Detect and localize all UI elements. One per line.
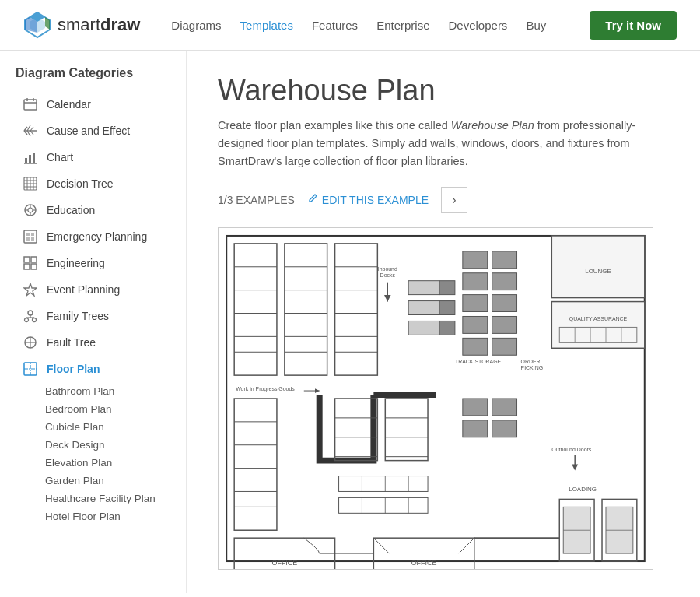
sidebar-label-event-planning: Event Planning (47, 283, 120, 296)
svg-text:Inbound: Inbound (378, 265, 397, 271)
svg-text:Work in Progress Goods: Work in Progress Goods (236, 386, 295, 392)
svg-line-12 (27, 125, 30, 131)
main-layout: Diagram Categories Calendar Cause and Ef… (0, 51, 700, 593)
logo-smart-text: smart (58, 15, 100, 34)
svg-rect-36 (26, 237, 30, 241)
sub-item-deck-design[interactable]: Deck Design (40, 436, 186, 454)
education-icon (22, 202, 39, 219)
svg-text:Docks: Docks (380, 272, 396, 277)
sidebar-item-chart[interactable]: Chart (16, 144, 186, 170)
sidebar-item-education[interactable]: Education (16, 197, 186, 223)
svg-rect-85 (463, 251, 488, 268)
svg-rect-39 (31, 257, 37, 262)
sidebar: Diagram Categories Calendar Cause and Ef… (0, 51, 187, 593)
sidebar-title: Diagram Categories (16, 66, 186, 80)
sidebar-label-chart: Chart (47, 151, 73, 163)
svg-rect-18 (33, 153, 35, 163)
svg-rect-34 (26, 233, 30, 236)
content-area: Warehouse Plan Create floor plan example… (187, 51, 700, 593)
engineering-icon (22, 255, 39, 272)
floor-plan-icon (22, 360, 39, 378)
sidebar-item-engineering[interactable]: Engineering (16, 250, 186, 276)
svg-rect-88 (492, 272, 517, 290)
svg-rect-125 (463, 420, 488, 437)
logo-icon (23, 11, 51, 39)
svg-rect-33 (24, 230, 37, 243)
floor-plan-sub-items: Bathroom Plan Bedroom Plan Cubicle Plan … (16, 382, 186, 525)
page-description: Create floor plan examples like this one… (218, 117, 669, 171)
svg-rect-5 (24, 100, 37, 110)
svg-line-13 (27, 131, 30, 136)
edit-example-link[interactable]: EDIT THIS EXAMPLE (307, 193, 429, 206)
svg-rect-89 (463, 294, 488, 311)
logo[interactable]: smartdraw (23, 11, 140, 39)
family-trees-icon (22, 307, 39, 325)
diagram-svg: Inbound Docks (219, 228, 653, 569)
logo-draw-text: draw (100, 15, 140, 34)
svg-rect-91 (463, 316, 488, 333)
svg-rect-16 (25, 158, 27, 163)
sub-item-elevation-plan[interactable]: Elevation Plan (40, 454, 186, 472)
svg-text:ORDER: ORDER (521, 359, 541, 364)
svg-rect-80 (439, 280, 455, 294)
sub-item-bedroom-plan[interactable]: Bedroom Plan (40, 400, 186, 418)
svg-point-43 (28, 311, 33, 315)
svg-rect-124 (492, 399, 517, 416)
sub-item-garden-plan[interactable]: Garden Plan (40, 472, 186, 490)
sidebar-item-calendar[interactable]: Calendar (16, 91, 186, 118)
sidebar-item-event-planning[interactable]: Event Planning (16, 276, 186, 303)
svg-text:LOADING: LOADING (569, 486, 597, 493)
sidebar-item-family-trees[interactable]: Family Trees (16, 303, 186, 329)
cause-effect-icon (22, 122, 39, 139)
svg-rect-100 (551, 301, 644, 348)
nav-features[interactable]: Features (312, 19, 358, 32)
next-example-button[interactable]: › (441, 187, 467, 213)
svg-rect-126 (492, 420, 517, 437)
svg-rect-35 (31, 233, 34, 236)
svg-rect-17 (29, 155, 31, 163)
sub-item-healthcare-facility-plan[interactable]: Healthcare Facility Plan (40, 490, 186, 507)
nav-enterprise[interactable]: Enterprise (376, 19, 429, 32)
svg-rect-82 (439, 300, 455, 314)
svg-rect-93 (463, 338, 488, 355)
sidebar-item-decision-tree[interactable]: Decision Tree (16, 170, 186, 197)
svg-rect-37 (31, 237, 34, 241)
nav-developers[interactable]: Developers (449, 19, 508, 32)
svg-rect-81 (408, 300, 439, 314)
svg-rect-90 (492, 294, 517, 311)
sidebar-item-emergency-planning[interactable]: Emergency Planning (16, 223, 186, 250)
nav-diagrams[interactable]: Diagrams (171, 19, 221, 32)
sub-item-cubicle-plan[interactable]: Cubicle Plan (40, 418, 186, 436)
svg-text:LOUNGE: LOUNGE (585, 267, 611, 274)
svg-text:PICKING: PICKING (521, 365, 544, 370)
svg-rect-92 (492, 316, 517, 333)
header: smartdraw Diagrams Templates Features En… (0, 0, 700, 51)
sidebar-item-cause-effect[interactable]: Cause and Effect (16, 118, 186, 144)
sub-item-hotel-floor-plan[interactable]: Hotel Floor Plan (40, 507, 186, 525)
svg-point-45 (33, 318, 37, 322)
sidebar-label-emergency-planning: Emergency Planning (47, 230, 147, 243)
nav-buy[interactable]: Buy (526, 19, 546, 32)
example-nav: 1/3 EXAMPLES EDIT THIS EXAMPLE › (218, 187, 669, 213)
try-now-button[interactable]: Try it Now (590, 11, 677, 40)
svg-rect-83 (408, 321, 439, 335)
svg-rect-87 (463, 272, 488, 290)
sub-item-bathroom-plan[interactable]: Bathroom Plan (40, 382, 186, 400)
calendar-icon (22, 96, 39, 113)
svg-point-28 (28, 208, 33, 212)
page-title: Warehouse Plan (218, 74, 669, 107)
sidebar-label-family-trees: Family Trees (47, 310, 109, 322)
svg-rect-38 (24, 257, 30, 262)
nav-templates[interactable]: Templates (240, 19, 293, 32)
sidebar-label-decision-tree: Decision Tree (47, 177, 114, 190)
sidebar-label-floor-plan: Floor Plan (47, 363, 100, 375)
svg-rect-123 (463, 399, 488, 416)
sidebar-label-engineering: Engineering (47, 257, 105, 269)
svg-rect-84 (439, 321, 455, 335)
chart-icon (22, 149, 39, 166)
sidebar-item-floor-plan[interactable]: Floor Plan (16, 356, 186, 382)
main-nav: Diagrams Templates Features Enterprise D… (171, 19, 590, 32)
svg-rect-94 (492, 338, 517, 355)
sidebar-label-fault-tree: Fault Tree (47, 336, 96, 349)
sidebar-item-fault-tree[interactable]: Fault Tree (16, 329, 186, 356)
